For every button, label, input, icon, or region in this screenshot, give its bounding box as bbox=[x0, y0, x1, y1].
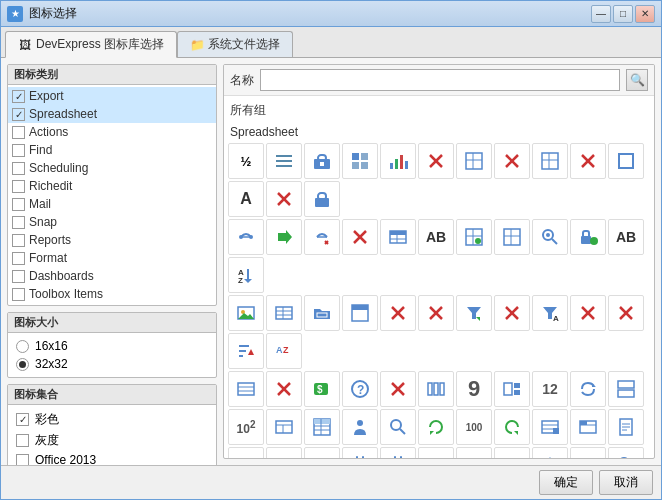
category-item-zoom[interactable]: Zoom bbox=[8, 303, 216, 305]
icon-grid4[interactable] bbox=[342, 295, 378, 331]
icon-x5[interactable] bbox=[342, 219, 378, 255]
icon-search3[interactable] bbox=[608, 447, 644, 458]
icon-dollar[interactable]: $ bbox=[304, 371, 340, 407]
icon-table2[interactable] bbox=[380, 219, 416, 255]
icon-half[interactable]: ½ bbox=[228, 143, 264, 179]
icon-doc[interactable] bbox=[608, 409, 644, 445]
icon-table7[interactable] bbox=[266, 409, 302, 445]
icon-percent[interactable]: % bbox=[418, 447, 454, 458]
icon-big-a[interactable]: A bbox=[228, 181, 264, 217]
icon-table8[interactable] bbox=[304, 409, 340, 445]
icon-person[interactable] bbox=[342, 409, 378, 445]
icon-sort-asc[interactable] bbox=[228, 333, 264, 369]
icon-x8[interactable] bbox=[494, 295, 530, 331]
icon-calendar2[interactable] bbox=[380, 447, 416, 458]
icon-x1[interactable] bbox=[418, 143, 454, 179]
icon-10sq[interactable]: 102 bbox=[228, 409, 264, 445]
icon-table-split[interactable] bbox=[608, 371, 644, 407]
icon-ab2[interactable]: AB bbox=[608, 219, 644, 255]
size-16x16[interactable]: 16x16 bbox=[12, 337, 212, 355]
icon-x7[interactable] bbox=[418, 295, 454, 331]
icon-comma9[interactable]: 9 bbox=[456, 371, 492, 407]
ok-button[interactable]: 确定 bbox=[539, 470, 593, 495]
category-item-format[interactable]: Format bbox=[8, 249, 216, 267]
icon-table4[interactable] bbox=[494, 219, 530, 255]
category-item-actions[interactable]: Actions bbox=[8, 123, 216, 141]
category-item-reports[interactable]: Reports bbox=[8, 231, 216, 249]
category-item-mail[interactable]: Mail bbox=[8, 195, 216, 213]
icon-ab[interactable]: AB bbox=[418, 219, 454, 255]
tab-system[interactable]: 📁 系统文件选择 bbox=[177, 31, 293, 57]
icon-grid3[interactable] bbox=[532, 143, 568, 179]
icon-table9[interactable] bbox=[532, 409, 568, 445]
collection-office2013[interactable]: Office 2013 bbox=[12, 451, 212, 465]
icon-table6[interactable] bbox=[228, 371, 264, 407]
icon-lock3[interactable] bbox=[570, 219, 606, 255]
icon-grid2[interactable] bbox=[456, 143, 492, 179]
maximize-button[interactable]: □ bbox=[613, 5, 633, 23]
size-32x32[interactable]: 32x32 bbox=[12, 355, 212, 373]
minimize-button[interactable]: — bbox=[591, 5, 611, 23]
icon-table11[interactable] bbox=[228, 447, 264, 458]
icon-x10[interactable] bbox=[608, 295, 644, 331]
icon-lock-table[interactable] bbox=[304, 143, 340, 179]
collection-gray[interactable]: 灰度 bbox=[12, 430, 212, 451]
radio-16x16[interactable] bbox=[16, 340, 29, 353]
icon-upload[interactable] bbox=[532, 447, 568, 458]
icon-arrow2[interactable] bbox=[266, 447, 302, 458]
icon-grid1[interactable] bbox=[342, 143, 378, 179]
icon-x12[interactable] bbox=[380, 371, 416, 407]
icon-arrow-right[interactable] bbox=[266, 219, 302, 255]
category-item-export[interactable]: Export bbox=[8, 87, 216, 105]
icon-rotate[interactable] bbox=[418, 409, 454, 445]
icon-x4[interactable] bbox=[266, 181, 302, 217]
tab-devexpress[interactable]: 🖼 DevExpress 图标库选择 bbox=[5, 31, 177, 58]
search-input[interactable] bbox=[260, 69, 620, 91]
icon-lock2[interactable] bbox=[304, 181, 340, 217]
icon-folder-table[interactable] bbox=[304, 295, 340, 331]
icon-funnel-down[interactable] bbox=[456, 295, 492, 331]
category-list[interactable]: Export Spreadsheet Actions Find bbox=[8, 85, 216, 305]
icon-square[interactable] bbox=[608, 143, 644, 179]
category-item-find[interactable]: Find bbox=[8, 141, 216, 159]
icon-search2[interactable] bbox=[380, 409, 416, 445]
icon-image[interactable] bbox=[228, 295, 264, 331]
icon-cols[interactable] bbox=[418, 371, 454, 407]
search-button[interactable]: 🔍 bbox=[626, 69, 648, 91]
icon-100[interactable]: 100 bbox=[456, 409, 492, 445]
icon-num12[interactable]: 12 bbox=[532, 371, 568, 407]
radio-32x32[interactable] bbox=[16, 358, 29, 371]
category-item-toolbox[interactable]: Toolbox Items bbox=[8, 285, 216, 303]
icon-split[interactable] bbox=[494, 371, 530, 407]
icon-arrow3[interactable] bbox=[570, 447, 606, 458]
icon-table10[interactable] bbox=[570, 409, 606, 445]
icon-calendar[interactable] bbox=[342, 447, 378, 458]
icon-rotate2[interactable] bbox=[494, 409, 530, 445]
icon-filter-a[interactable]: A bbox=[532, 295, 568, 331]
icon-link2[interactable] bbox=[304, 219, 340, 255]
icon-x11[interactable] bbox=[266, 371, 302, 407]
icon-table5[interactable] bbox=[266, 295, 302, 331]
icon-az[interactable]: AZ bbox=[266, 333, 302, 369]
icon-table3[interactable] bbox=[456, 219, 492, 255]
cancel-button[interactable]: 取消 bbox=[599, 470, 653, 495]
category-item-snap[interactable]: Snap bbox=[8, 213, 216, 231]
icon-x2[interactable] bbox=[494, 143, 530, 179]
category-item-richedit[interactable]: Richedit bbox=[8, 177, 216, 195]
icon-wind[interactable] bbox=[494, 447, 530, 458]
icon-question[interactable]: ? bbox=[342, 371, 378, 407]
collection-color[interactable]: 彩色 bbox=[12, 409, 212, 430]
icon-x3[interactable] bbox=[570, 143, 606, 179]
icon-sort-az[interactable]: AZ bbox=[228, 257, 264, 293]
icon-red-dot[interactable] bbox=[304, 447, 340, 458]
close-button[interactable]: ✕ bbox=[635, 5, 655, 23]
icon-x9[interactable] bbox=[570, 295, 606, 331]
icon-magnify[interactable] bbox=[532, 219, 568, 255]
category-item-scheduling[interactable]: Scheduling bbox=[8, 159, 216, 177]
icon-x6[interactable] bbox=[380, 295, 416, 331]
icon-chart[interactable] bbox=[380, 143, 416, 179]
category-item-dashboards[interactable]: Dashboards bbox=[8, 267, 216, 285]
icon-lines2[interactable] bbox=[456, 447, 492, 458]
icon-link[interactable] bbox=[228, 219, 264, 255]
category-item-spreadsheet[interactable]: Spreadsheet bbox=[8, 105, 216, 123]
